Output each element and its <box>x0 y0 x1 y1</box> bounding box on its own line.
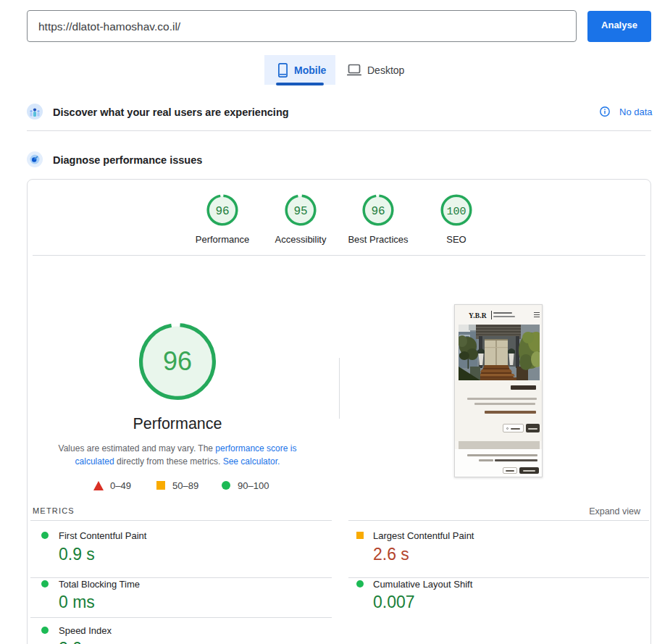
svg-text:96: 96 <box>371 205 385 218</box>
svg-text:96: 96 <box>163 346 192 376</box>
svg-text:100: 100 <box>446 206 466 218</box>
svg-text:96: 96 <box>215 205 229 218</box>
svg-text:95: 95 <box>293 205 307 218</box>
